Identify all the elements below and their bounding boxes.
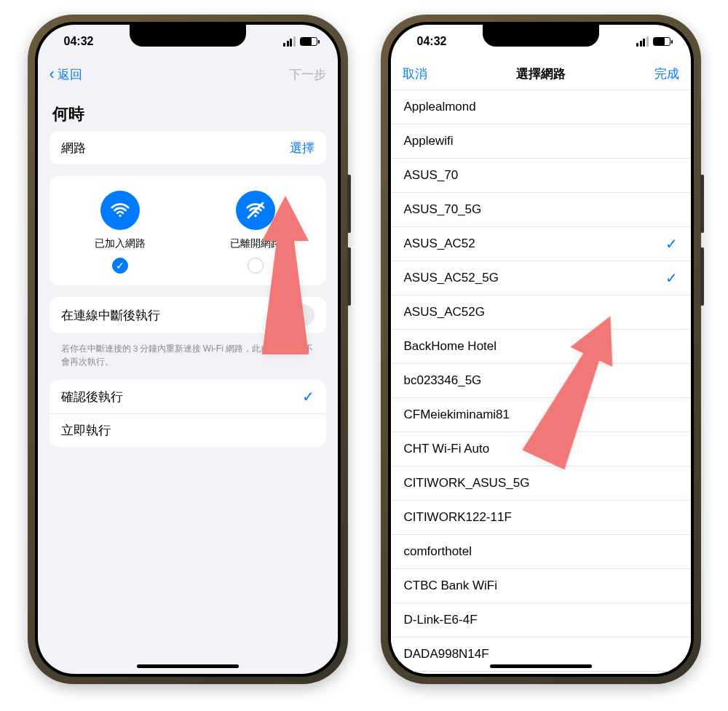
nav-done-label: 完成 <box>654 65 679 82</box>
checkmark-icon: ✓ <box>302 388 314 405</box>
wifi-icon <box>100 191 140 230</box>
nav-title: 選擇網路 <box>516 65 566 82</box>
network-name: comforthotel <box>404 544 472 559</box>
network-row[interactable]: ASUS_70 <box>391 159 691 193</box>
network-name: ASUS_AC52_5G <box>404 271 499 285</box>
run-after-disconnect-switch[interactable] <box>278 304 314 326</box>
nav-bar: 取消 選擇網路 完成 <box>391 58 691 90</box>
notch <box>483 25 599 47</box>
exec-confirm-row[interactable]: 確認後執行 ✓ <box>50 380 326 413</box>
battery-icon <box>300 37 317 46</box>
wifi-off-icon <box>236 191 275 230</box>
network-name: bc023346_5G <box>404 373 482 388</box>
checkmark-icon: ✓ <box>665 269 678 287</box>
nav-next-button[interactable]: 下一步 <box>275 66 326 83</box>
left-phone: 04:32 ‹ 返回 下一步 何時 <box>28 15 348 684</box>
nav-cancel-button[interactable]: 取消 <box>403 65 454 82</box>
choice-joined-label: 已加入網路 <box>95 237 146 250</box>
nav-back-label: 返回 <box>58 66 82 83</box>
network-list[interactable]: ApplealmondApplewifiASUS_70ASUS_70_5GASU… <box>391 90 691 672</box>
choice-left[interactable]: 已離開網路 <box>191 191 320 274</box>
network-row[interactable]: ASUS_AC52✓ <box>391 227 691 261</box>
cellular-signal-icon <box>283 36 296 47</box>
network-name: CTBC Bank WiFi <box>404 579 497 593</box>
network-row-label: 網路 <box>61 140 86 156</box>
network-name: ASUS_AC52G <box>404 305 486 319</box>
network-row[interactable]: ASUS_70_5G <box>391 193 691 227</box>
network-row[interactable]: CTBC Bank WiFi <box>391 569 691 603</box>
network-row[interactable]: comforthotel <box>391 535 691 569</box>
network-row[interactable]: ASUS_AC52G <box>391 295 691 330</box>
nav-cancel-label: 取消 <box>403 65 427 82</box>
choice-joined-radio[interactable]: ✓ <box>112 258 128 274</box>
network-name: Applewifi <box>404 134 454 148</box>
network-row[interactable]: 網路 選擇 <box>50 131 326 164</box>
run-after-disconnect-help: 若你在中斷連接的３分鐘內重新連接 Wi-Fi 網路，此自動化操作不會再次執行。 <box>50 336 326 368</box>
network-name: CHT Wi-Fi Auto <box>404 442 490 456</box>
network-name: BackHome Hotel <box>404 339 497 354</box>
section-title: 何時 <box>50 90 326 131</box>
nav-done-button[interactable]: 完成 <box>628 65 679 82</box>
chevron-back-icon: ‹ <box>50 66 55 82</box>
nav-bar: ‹ 返回 下一步 <box>38 58 338 90</box>
choice-left-radio[interactable] <box>248 258 264 274</box>
network-name: ASUS_AC52 <box>404 237 475 251</box>
network-row[interactable]: BackHome Hotel <box>391 330 691 364</box>
network-choose-link[interactable]: 選擇 <box>290 140 314 156</box>
network-row[interactable]: D-Link-E6-4F <box>391 603 691 637</box>
network-row[interactable]: Applealmond <box>391 90 691 124</box>
right-phone: 04:32 取消 選擇網路 完成 ApplealmondApplewifiASU… <box>381 15 701 684</box>
network-name: D-Link-E6-4F <box>404 613 478 627</box>
network-name: CFMeiekiminami81 <box>404 408 510 422</box>
run-after-disconnect-row[interactable]: 在連線中斷後執行 <box>50 297 326 333</box>
network-row[interactable]: CFMeiekiminami81 <box>391 398 691 432</box>
status-time: 04:32 <box>64 35 94 48</box>
exec-immediate-row[interactable]: 立即執行 <box>50 413 326 447</box>
network-mode-card: 已加入網路 ✓ 已離開網路 <box>50 176 326 285</box>
choice-left-label: 已離開網路 <box>230 237 281 250</box>
choice-joined[interactable]: 已加入網路 ✓ <box>55 191 185 274</box>
network-row[interactable]: CITIWORK122-11F <box>391 501 691 535</box>
status-time: 04:32 <box>417 35 447 48</box>
network-row[interactable]: ASUS_AC52_5G✓ <box>391 261 691 295</box>
exec-immediate-label: 立即執行 <box>61 422 111 439</box>
svg-point-1 <box>254 215 257 218</box>
home-indicator[interactable] <box>490 664 592 668</box>
network-name: DADA998N14F <box>404 647 489 662</box>
nav-back-button[interactable]: ‹ 返回 <box>50 66 100 83</box>
network-name: CITIWORK122-11F <box>404 510 512 525</box>
home-indicator[interactable] <box>137 664 239 668</box>
battery-icon <box>653 37 670 46</box>
checkmark-icon: ✓ <box>665 235 678 253</box>
network-row[interactable]: bc023346_5G <box>391 364 691 398</box>
network-name: Applealmond <box>404 100 476 114</box>
notch <box>130 25 246 47</box>
network-row[interactable]: CHT Wi-Fi Auto <box>391 432 691 466</box>
network-row[interactable]: CITIWORK_ASUS_5G <box>391 466 691 501</box>
exec-confirm-label: 確認後執行 <box>61 389 123 405</box>
run-after-disconnect-label: 在連線中斷後執行 <box>61 307 160 324</box>
network-name: CITIWORK_ASUS_5G <box>404 476 530 490</box>
nav-next-label: 下一步 <box>289 66 326 83</box>
svg-point-0 <box>119 215 122 218</box>
cellular-signal-icon <box>636 36 649 47</box>
network-row[interactable]: Applewifi <box>391 124 691 159</box>
network-name: ASUS_70_5G <box>404 202 482 217</box>
network-name: ASUS_70 <box>404 168 459 183</box>
